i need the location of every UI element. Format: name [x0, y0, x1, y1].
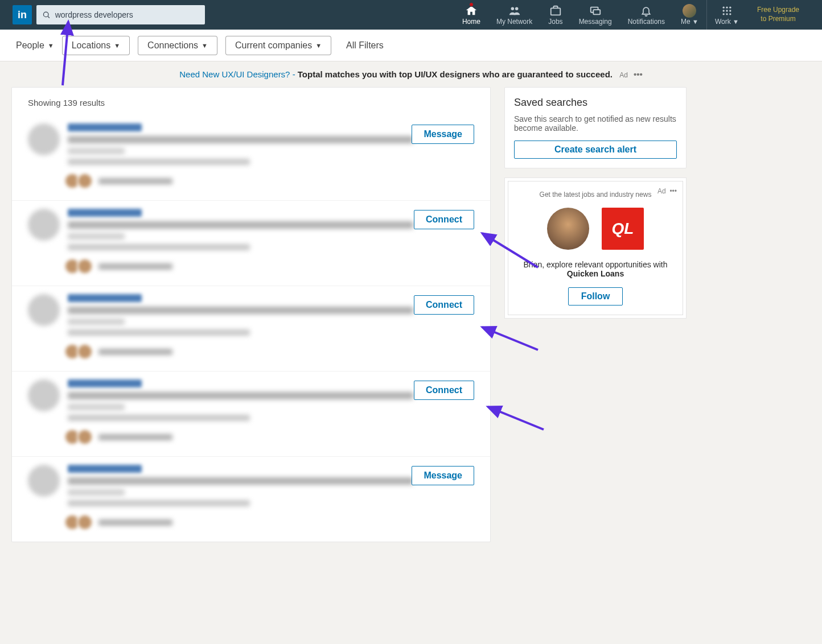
- svg-point-7: [722, 7, 724, 9]
- svg-point-8: [726, 7, 728, 9]
- nav-network-label: My Network: [496, 18, 532, 26]
- primary-nav: Home My Network Jobs Messaging Notificat…: [454, 0, 809, 30]
- result-name[interactable]: [68, 379, 142, 387]
- result-name[interactable]: [68, 209, 142, 217]
- result-avatar[interactable]: [28, 294, 60, 326]
- search-icon: [42, 10, 51, 19]
- search-result-row: Connect: [12, 200, 490, 286]
- notification-dot: [469, 2, 474, 7]
- result-location: [68, 489, 125, 496]
- nav-notifications-label: Notifications: [628, 18, 665, 26]
- result-info: [68, 294, 474, 360]
- shared-connections: [68, 344, 474, 360]
- result-location: [68, 233, 125, 240]
- nav-work[interactable]: Work ▼: [707, 0, 747, 30]
- search-input[interactable]: [55, 10, 199, 19]
- result-summary: [68, 500, 250, 506]
- result-headline: [68, 307, 413, 314]
- svg-point-13: [722, 13, 724, 15]
- filter-current-companies[interactable]: Current companies▼: [225, 36, 331, 55]
- result-action-button[interactable]: Message: [412, 125, 474, 144]
- svg-point-0: [43, 12, 48, 17]
- nav-home[interactable]: Home: [454, 0, 488, 30]
- result-location: [68, 319, 125, 325]
- search-result-row: Message: [12, 456, 490, 542]
- svg-rect-4: [551, 8, 561, 15]
- ad-banner: Need New UX/UI Designers? - Toptal match…: [0, 61, 822, 87]
- filter-people[interactable]: People▼: [16, 40, 54, 51]
- saved-searches-card: Saved searches Save this search to get n…: [504, 87, 687, 168]
- follow-button[interactable]: Follow: [568, 287, 623, 306]
- nav-me-label: Me ▼: [681, 18, 698, 26]
- promo-company-logo: QL: [602, 208, 644, 250]
- search-result-row: Connect: [12, 371, 490, 456]
- result-location: [68, 148, 125, 154]
- nav-me[interactable]: Me ▼: [673, 0, 706, 30]
- nav-messaging[interactable]: Messaging: [571, 0, 620, 30]
- nav-notifications[interactable]: Notifications: [620, 0, 673, 30]
- all-filters[interactable]: All Filters: [346, 40, 384, 51]
- search-box[interactable]: [36, 5, 205, 24]
- svg-point-11: [726, 10, 728, 11]
- avatar: [683, 4, 696, 18]
- result-avatar[interactable]: [28, 379, 60, 411]
- filter-connections[interactable]: Connections▼: [138, 36, 217, 55]
- filter-bar: People▼ Locations▼ Connections▼ Current …: [0, 30, 822, 61]
- more-icon[interactable]: •••: [669, 187, 677, 195]
- messaging-icon: [589, 5, 602, 17]
- result-headline: [68, 221, 413, 229]
- svg-point-9: [729, 7, 731, 9]
- network-icon: [508, 5, 521, 17]
- result-summary: [68, 244, 250, 250]
- filter-locations[interactable]: Locations▼: [62, 36, 130, 55]
- result-name[interactable]: [68, 123, 142, 131]
- nav-home-label: Home: [462, 18, 480, 26]
- create-search-alert-button[interactable]: Create search alert: [514, 141, 677, 159]
- premium-upsell[interactable]: Free Upgrade to Premium: [747, 6, 809, 23]
- ad-tag: Ad: [657, 187, 666, 195]
- nav-messaging-label: Messaging: [579, 18, 612, 26]
- result-avatar[interactable]: [28, 465, 60, 497]
- shared-connections: [68, 514, 474, 530]
- saved-searches-title: Saved searches: [514, 97, 677, 109]
- result-avatar[interactable]: [28, 123, 60, 155]
- shared-connections: [68, 258, 474, 274]
- svg-point-3: [515, 7, 519, 10]
- nav-work-label: Work ▼: [715, 18, 739, 26]
- chevron-down-icon: ▼: [48, 42, 54, 49]
- result-name[interactable]: [68, 465, 142, 473]
- svg-rect-6: [593, 10, 600, 14]
- result-action-button[interactable]: Connect: [414, 381, 474, 400]
- result-avatar[interactable]: [28, 209, 60, 241]
- result-action-button[interactable]: Message: [412, 466, 474, 485]
- nav-network[interactable]: My Network: [488, 0, 540, 30]
- global-header: in Home My Network Jobs Messaging Notifi…: [0, 0, 822, 30]
- result-headline: [68, 392, 413, 399]
- result-summary: [68, 415, 250, 421]
- result-action-button[interactable]: Connect: [414, 295, 474, 315]
- nav-jobs-label: Jobs: [548, 18, 562, 26]
- svg-point-2: [511, 7, 514, 10]
- ad-text: Toptal matches you with top UI/UX design…: [295, 69, 613, 79]
- svg-point-14: [726, 13, 728, 15]
- sponsored-card: Ad ••• Get the latest jobs and industry …: [504, 177, 687, 319]
- linkedin-logo[interactable]: in: [13, 5, 32, 24]
- chevron-down-icon: ▼: [114, 42, 120, 49]
- search-result-row: Message: [12, 115, 490, 200]
- grid-icon: [721, 5, 733, 16]
- nav-jobs[interactable]: Jobs: [540, 0, 570, 30]
- ad-link[interactable]: Need New UX/UI Designers? -: [179, 69, 295, 79]
- svg-point-12: [729, 10, 731, 11]
- chevron-down-icon: ▼: [315, 42, 322, 49]
- result-name[interactable]: [68, 294, 142, 302]
- result-headline: [68, 136, 413, 143]
- promo-images: QL: [517, 208, 673, 250]
- more-icon[interactable]: •••: [634, 69, 643, 79]
- promo-top: Ad •••: [657, 187, 677, 195]
- svg-point-15: [729, 13, 731, 15]
- results-count: Showing 139 results: [12, 88, 490, 115]
- svg-point-10: [722, 10, 724, 11]
- result-info: [68, 209, 474, 274]
- saved-searches-text: Save this search to get notified as new …: [514, 114, 677, 133]
- result-action-button[interactable]: Connect: [414, 210, 474, 229]
